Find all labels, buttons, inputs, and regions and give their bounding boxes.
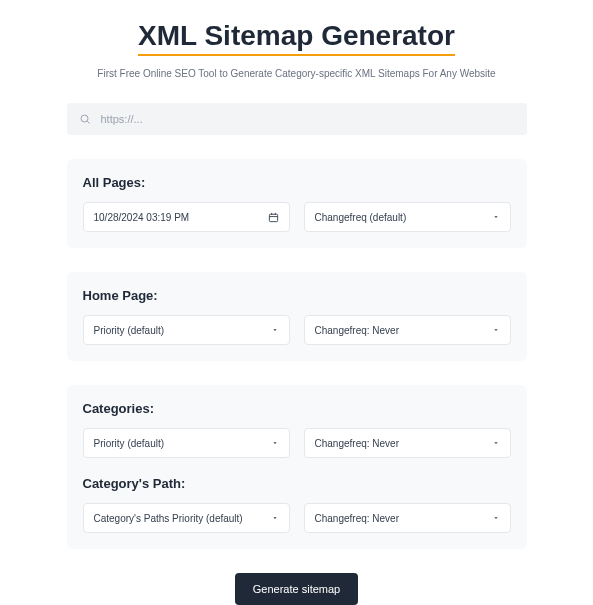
all-pages-card: All Pages: 10/28/2024 03:19 PM Changefre… xyxy=(67,159,527,248)
chevron-down-icon xyxy=(492,514,500,522)
category-path-changefreq-select[interactable]: Changefreq: Never xyxy=(304,503,511,533)
svg-line-1 xyxy=(87,121,89,123)
generate-button[interactable]: Generate sitemap xyxy=(235,573,358,605)
home-priority-value: Priority (default) xyxy=(94,325,265,336)
categories-changefreq-value: Changefreq: Never xyxy=(315,438,486,449)
home-page-title: Home Page: xyxy=(83,288,511,303)
all-pages-title: All Pages: xyxy=(83,175,511,190)
category-path-title: Category's Path: xyxy=(83,476,511,491)
categories-priority-select[interactable]: Priority (default) xyxy=(83,428,290,458)
page-title: XML Sitemap Generator xyxy=(138,20,455,56)
url-search-bar[interactable] xyxy=(67,103,527,135)
search-icon xyxy=(79,113,91,125)
categories-title: Categories: xyxy=(83,401,511,416)
datetime-value: 10/28/2024 03:19 PM xyxy=(94,212,262,223)
datetime-input[interactable]: 10/28/2024 03:19 PM xyxy=(83,202,290,232)
calendar-icon xyxy=(268,212,279,223)
chevron-down-icon xyxy=(271,439,279,447)
categories-card: Categories: Priority (default) Changefre… xyxy=(67,385,527,549)
chevron-down-icon xyxy=(271,514,279,522)
home-changefreq-select[interactable]: Changefreq: Never xyxy=(304,315,511,345)
page-subtitle: First Free Online SEO Tool to Generate C… xyxy=(67,68,527,79)
category-path-changefreq-value: Changefreq: Never xyxy=(315,513,486,524)
categories-priority-value: Priority (default) xyxy=(94,438,265,449)
category-path-priority-value: Category's Paths Priority (default) xyxy=(94,513,265,524)
home-priority-select[interactable]: Priority (default) xyxy=(83,315,290,345)
category-path-priority-select[interactable]: Category's Paths Priority (default) xyxy=(83,503,290,533)
chevron-down-icon xyxy=(492,326,500,334)
categories-changefreq-select[interactable]: Changefreq: Never xyxy=(304,428,511,458)
all-pages-changefreq-value: Changefreq (default) xyxy=(315,212,486,223)
url-input[interactable] xyxy=(101,113,515,125)
svg-point-0 xyxy=(81,115,88,122)
svg-rect-2 xyxy=(269,214,277,221)
home-changefreq-value: Changefreq: Never xyxy=(315,325,486,336)
home-page-card: Home Page: Priority (default) Changefreq… xyxy=(67,272,527,361)
all-pages-changefreq-select[interactable]: Changefreq (default) xyxy=(304,202,511,232)
chevron-down-icon xyxy=(271,326,279,334)
chevron-down-icon xyxy=(492,439,500,447)
chevron-down-icon xyxy=(492,213,500,221)
